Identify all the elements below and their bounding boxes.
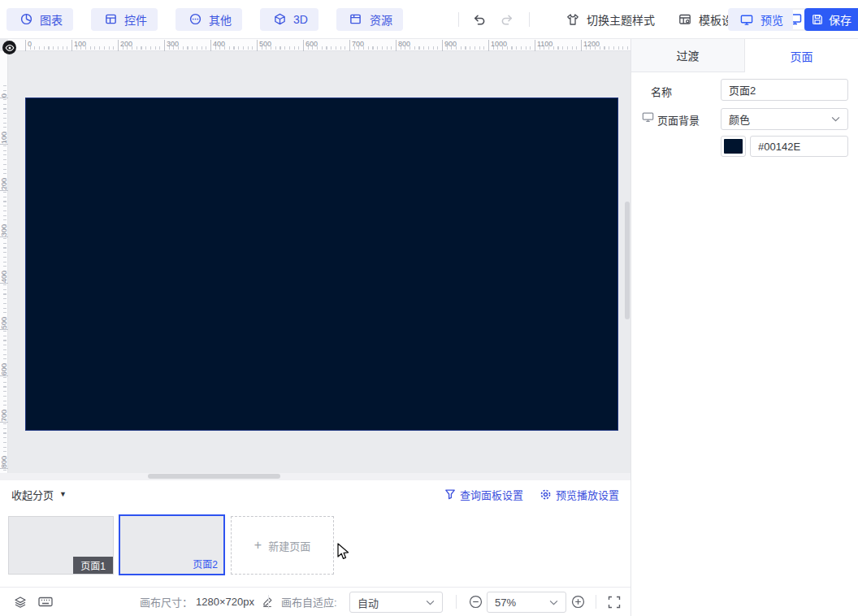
undo-icon[interactable]: [470, 11, 488, 28]
statusbar-separator: [596, 595, 596, 609]
page-background-label: 页面背景: [657, 112, 700, 128]
collapse-pages-label: 收起分页: [11, 487, 54, 502]
preview-play-settings-label: 预览播放设置: [556, 487, 619, 502]
canvas-fit-select[interactable]: 自动: [349, 592, 443, 613]
horizontal-scrollbar[interactable]: [148, 474, 280, 479]
vertical-scrollbar[interactable]: [625, 202, 630, 319]
menu-charts-label: 图表: [40, 11, 63, 28]
gear-icon: [540, 488, 552, 501]
chevron-down-icon: [549, 600, 558, 605]
design-canvas[interactable]: [25, 98, 618, 431]
top-toolbar: 图表 控件 其他 3D 资源 切换主题样式: [0, 0, 858, 39]
page-thumbnail-1[interactable]: 页面1: [8, 516, 114, 575]
statusbar-separator: [456, 595, 457, 609]
color-swatch-fill: [724, 139, 743, 154]
query-panel-settings-label: 查询面板设置: [460, 487, 523, 502]
new-page-label: 新建页面: [268, 538, 310, 553]
mouse-cursor: [337, 543, 350, 561]
chevron-down-icon: ▼: [59, 490, 67, 498]
menu-resources-label: 资源: [370, 11, 392, 28]
canvas-size-value: 1280×720px: [196, 596, 254, 608]
fit-mode-group: 画布自适应:: [281, 588, 337, 616]
menu-3d-label: 3D: [293, 13, 308, 26]
toolbar-separator: [529, 12, 530, 27]
new-page-button[interactable]: + 新建页面: [231, 516, 334, 575]
plus-icon: +: [254, 538, 262, 553]
widget-icon: [102, 11, 119, 28]
theme-shirt-icon: [564, 11, 582, 28]
menu-other-label: 其他: [209, 11, 232, 28]
pie-chart-icon: [17, 11, 35, 28]
shortcut-keyboard-icon[interactable]: [38, 588, 53, 616]
page-background-mode-select[interactable]: 颜色: [721, 108, 848, 130]
template-grid-icon: [676, 11, 694, 28]
menu-charts-button[interactable]: 图表: [6, 8, 73, 31]
tab-transition[interactable]: 过渡: [631, 39, 745, 72]
preview-button[interactable]: 预览: [728, 8, 793, 31]
page-name-label: 名称: [651, 84, 672, 99]
page-background-hex-input[interactable]: [750, 136, 848, 157]
editor-workspace: 0100200300400500600700800900100011001200…: [0, 39, 630, 480]
fit-screen-icon[interactable]: [608, 588, 621, 616]
switch-theme-label: 切换主题样式: [587, 11, 655, 28]
page-2-name-label: 页面2: [193, 557, 218, 570]
zoom-out-button[interactable]: [469, 588, 483, 616]
menu-3d-button[interactable]: 3D: [260, 8, 318, 31]
canvas-size-label: 画布尺寸：: [140, 594, 193, 609]
save-floppy-icon: [811, 11, 824, 28]
page-background-mode-value: 颜色: [729, 111, 750, 127]
horizontal-scrollbar-track: [0, 473, 630, 480]
menu-resources-button[interactable]: 资源: [336, 8, 403, 31]
preview-play-settings-button[interactable]: 预览播放设置: [540, 487, 619, 502]
canvas-fit-label: 画布自适应:: [281, 594, 337, 609]
pagination-toolbar: 收起分页 ▼ 查询面板设置 预览播放设置: [0, 480, 630, 508]
canvas-fit-value: 自动: [358, 595, 379, 610]
visibility-eye-icon[interactable]: [2, 41, 16, 54]
page-thumbnail-2-selected[interactable]: 页面2: [119, 514, 225, 575]
save-button[interactable]: 保存: [804, 8, 858, 31]
statusbar-separator: [268, 595, 269, 609]
zoom-level-value: 57%: [495, 596, 516, 609]
pagination-panel: 收起分页 ▼ 查询面板设置 预览播放设置 页面1 页面2 + 新建页面: [0, 480, 630, 587]
panel-tabs: 过渡 页面: [631, 39, 858, 72]
page-background-color-swatch[interactable]: [721, 136, 746, 157]
h-ruler-marks: 0100200300400500600700800900100011001200: [0, 39, 630, 51]
tab-page[interactable]: 页面: [745, 39, 858, 72]
zoom-level-select[interactable]: 57%: [487, 592, 566, 613]
other-icon: [186, 11, 204, 28]
resource-box-icon: [347, 11, 365, 28]
canvas-size-group: 画布尺寸： 1280×720px: [140, 588, 273, 616]
redo-icon[interactable]: [498, 11, 516, 28]
toolbar-separator: [458, 12, 459, 27]
collapse-pages-button[interactable]: 收起分页 ▼: [11, 487, 67, 502]
right-settings-panel: 过渡 页面 名称 页面背景 颜色: [630, 39, 858, 616]
zoom-in-button[interactable]: [571, 588, 585, 616]
page-1-name-badge: 页面1: [73, 557, 113, 574]
funnel-icon: [444, 488, 456, 500]
save-label: 保存: [829, 11, 852, 28]
page-name-input[interactable]: [721, 79, 848, 101]
menu-other-button[interactable]: 其他: [176, 8, 242, 31]
cube-3d-icon: [271, 11, 288, 28]
menu-widgets-label: 控件: [124, 11, 147, 28]
layers-icon[interactable]: [14, 588, 27, 616]
page-background-monitor-icon: [642, 111, 654, 123]
chevron-down-icon: [831, 116, 840, 122]
v-ruler-marks: 0100200300400500600700800: [0, 39, 8, 480]
menu-widgets-button[interactable]: 控件: [91, 8, 158, 31]
query-panel-settings-button[interactable]: 查询面板设置: [444, 487, 523, 502]
switch-theme-button[interactable]: 切换主题样式: [564, 11, 655, 28]
preview-monitor-icon: [738, 11, 756, 28]
edit-pencil-icon[interactable]: [262, 596, 273, 608]
status-bar: 画布尺寸： 1280×720px 画布自适应: 自动 57%: [0, 587, 630, 616]
chevron-down-icon: [426, 600, 435, 605]
preview-label: 预览: [760, 11, 783, 28]
